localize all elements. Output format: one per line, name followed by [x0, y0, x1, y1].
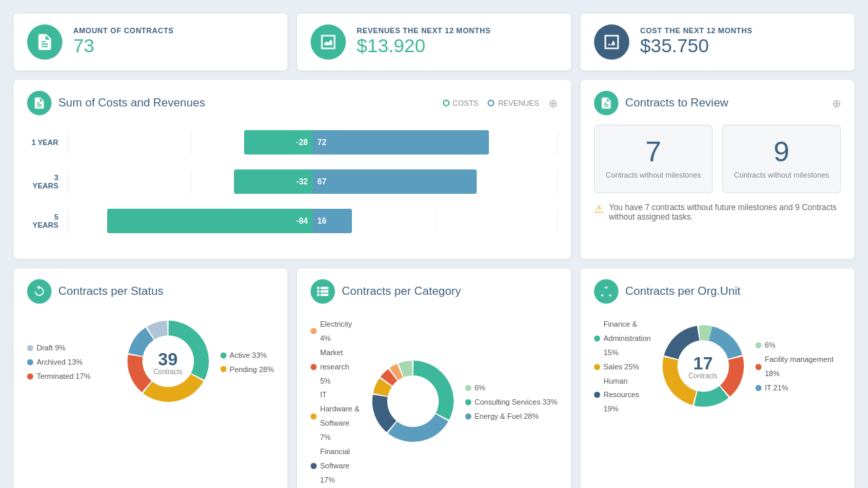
donut-segment — [372, 394, 396, 432]
bar-row-label: 5 YEARS — [27, 213, 68, 229]
bar-row: 5 YEARS-8416 — [27, 209, 557, 233]
category-donut-area: Electricity 4%Market research 5%IT Hardw… — [311, 313, 557, 488]
status-center: 39 Contracts — [153, 350, 182, 375]
donut-segment — [413, 361, 454, 420]
sum-chart-controls: COSTS REVENUES ⊕ — [443, 97, 557, 110]
donut-segment — [720, 356, 744, 396]
legend-item: Draft 9% — [27, 341, 116, 355]
review-tasks-sub: Contracts without milestones — [731, 170, 832, 180]
legend-item: Archived 13% — [27, 355, 116, 369]
legend-label: Archived 13% — [37, 355, 83, 369]
review-box-milestones: 7 Contracts without milestones — [594, 125, 713, 193]
status-legend-right: Active 33%Pending 28% — [220, 348, 274, 377]
donut-segment — [128, 327, 154, 356]
bar-pos-value: 72 — [313, 138, 331, 147]
legend-item: Financial Software 17% — [311, 445, 361, 487]
svg-point-0 — [605, 287, 607, 289]
category-title: Contracts per Category — [342, 285, 557, 298]
legend-item: IT 21% — [755, 381, 841, 395]
bar-track: -3267 — [68, 169, 557, 194]
negative-bar: -28 — [244, 130, 313, 155]
category-legend-right: 6%Consulting Services 33%Energy & Fuel 2… — [465, 381, 557, 424]
review-title: Contracts to Review — [625, 96, 825, 110]
legend-item: Terminated 17% — [27, 369, 116, 384]
costs-legend: COSTS — [443, 99, 479, 107]
bars-wrapper: -8416 — [68, 209, 557, 233]
legend-item: Facility management 18% — [755, 352, 841, 381]
legend-item: Consulting Services 33% — [465, 395, 557, 409]
donut-segment — [127, 354, 151, 392]
kpi-contracts-text: AMOUNT OF CONTRACTS 73 — [73, 26, 174, 58]
bar-pos-value: 67 — [313, 177, 331, 186]
orgunit-donut: 17 Contracts — [659, 322, 747, 412]
category-card: Contracts per Category Electricity 4%Mar… — [297, 268, 571, 488]
legend-label: Draft 9% — [37, 341, 66, 355]
costs-label: COSTS — [453, 99, 479, 107]
orgunit-icon — [594, 279, 618, 304]
legend-dot — [465, 385, 471, 391]
costs-dot — [443, 100, 450, 106]
contracts-review-card: Contracts to Review ⊕ 7 Contracts withou… — [580, 80, 854, 259]
legend-item: 6% — [465, 381, 557, 395]
donut-segment — [388, 414, 448, 442]
legend-item: Pending 28% — [220, 363, 274, 377]
kpi-costs-text: COST THE NEXT 12 MONTHS $35.750 — [640, 26, 753, 58]
legend-label: Financial Software 17% — [320, 445, 361, 487]
legend-dot — [220, 352, 226, 359]
warning-icon: ⚠ — [594, 203, 604, 216]
sum-chart-title: Sum of Costs and Revenues — [58, 96, 436, 110]
legend-dot — [465, 413, 471, 420]
legend-dot — [594, 392, 600, 398]
orgunit-donut-area: Finance & Administration 15%Sales 25%Hum… — [594, 313, 841, 420]
revenues-dot — [488, 100, 494, 106]
orgunit-total: 17 — [688, 354, 717, 372]
bar-row: 3 YEARS-3267 — [27, 169, 557, 194]
negative-bar: -84 — [107, 209, 313, 233]
category-donut — [369, 357, 457, 447]
category-legend-left: Electricity 4%Market research 5%IT Hardw… — [311, 317, 361, 487]
bar-row: 1 YEAR-2872 — [27, 130, 557, 155]
review-tasks-num: 9 — [731, 138, 832, 166]
positive-bar: 67 — [313, 169, 477, 194]
revenues-icon — [311, 24, 346, 60]
legend-item: Active 33% — [220, 348, 274, 363]
legend-label: Active 33% — [230, 348, 267, 363]
legend-label: Electricity 4% — [320, 317, 361, 346]
legend-label: Market research 5% — [320, 346, 361, 388]
kpi-costs-value: $35.750 — [640, 35, 753, 58]
bar-pos-value: 16 — [313, 216, 331, 226]
legend-item: Market research 5% — [311, 346, 361, 388]
bar-row-label: 1 YEAR — [27, 138, 68, 146]
legend-label: Pending 28% — [230, 363, 274, 377]
bars-wrapper: -2872 — [68, 130, 557, 155]
legend-dot — [27, 373, 33, 380]
kpi-revenues-value: $13.920 — [357, 35, 490, 58]
warning-text: You have 7 contracts without future mile… — [609, 203, 841, 222]
review-box-tasks: 9 Contracts without milestones — [722, 125, 841, 193]
svg-point-1 — [601, 294, 604, 296]
orgunit-card: Contracts per Org.Unit Finance & Adminis… — [580, 268, 854, 488]
legend-item: Sales 25% — [594, 360, 651, 374]
legend-dot — [755, 385, 762, 391]
orgunit-legend-right: 6%Facility management 18%IT 21% — [755, 338, 841, 395]
review-crosshair-icon[interactable]: ⊕ — [832, 97, 841, 110]
orgunit-center: 17 Contracts — [688, 354, 717, 380]
status-donut-area: Draft 9%Archived 13%Terminated 17% 39 Co… — [27, 313, 274, 411]
bar-neg-value: -28 — [292, 138, 313, 147]
legend-dot — [755, 342, 762, 348]
crosshair-icon[interactable]: ⊕ — [549, 97, 557, 110]
warning-message: ⚠ You have 7 contracts without future mi… — [594, 203, 841, 222]
bar-neg-value: -32 — [292, 177, 313, 186]
sum-chart-card: Sum of Costs and Revenues COSTS REVENUES… — [14, 80, 571, 259]
legend-item: 6% — [755, 338, 841, 352]
review-milestones-num: 7 — [603, 138, 704, 166]
legend-label: Terminated 17% — [37, 369, 91, 384]
kpi-revenues: REVENUES THE NEXT 12 MONTHS $13.920 — [297, 14, 571, 70]
legend-item: Finance & Administration 15% — [594, 317, 651, 360]
status-donut: 39 Contracts — [124, 317, 212, 407]
status-card: Contracts per Status Draft 9%Archived 13… — [14, 268, 288, 488]
legend-dot — [311, 413, 317, 420]
bar-left-half: -84 — [68, 209, 313, 233]
bar-track: -2872 — [68, 130, 557, 155]
svg-point-2 — [609, 294, 611, 296]
